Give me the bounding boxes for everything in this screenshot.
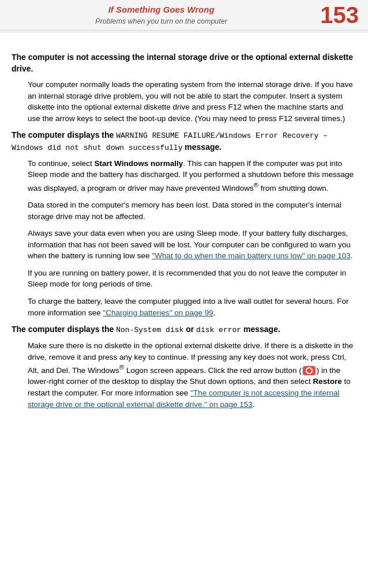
section-3-heading-or: or xyxy=(183,325,196,334)
header-subtitle: Problems when you turn on the computer xyxy=(95,16,227,27)
header-title: If Something Goes Wrong xyxy=(108,3,215,16)
section-2-para-1: To continue, select Start Windows normal… xyxy=(28,158,356,194)
red-arrow-button-icon xyxy=(303,366,316,375)
start-windows-bold: Start Windows normally xyxy=(95,159,183,168)
battery-runs-low-link[interactable]: "What to do when the main battery runs l… xyxy=(152,251,350,260)
section-3-body: Make sure there is no diskette in the op… xyxy=(28,340,356,410)
section-2-para-3: Always save your data even when you are … xyxy=(28,228,356,262)
main-content: The computer is not accessing the intern… xyxy=(0,38,368,427)
section-3-heading-mono2: disk error xyxy=(196,326,241,334)
section-1-heading-text: The computer is not accessing the intern… xyxy=(12,52,353,73)
section-2-heading-before: The computer displays the xyxy=(12,130,116,140)
section-2-heading-after: message. xyxy=(182,142,221,152)
section-2-body: To continue, select Start Windows normal… xyxy=(28,158,356,318)
section-2-para-2: Data stored in the computer's memory has… xyxy=(28,199,356,222)
charging-batteries-link[interactable]: "Charging batteries" on page 99 xyxy=(103,308,213,317)
section-1-heading: The computer is not accessing the intern… xyxy=(12,52,356,74)
section-1-para-1: Your computer normally loads the operati… xyxy=(28,79,356,124)
page-number: 153 xyxy=(313,3,359,27)
header-divider xyxy=(0,32,368,32)
section-2-para-4: If you are running on battery power, it … xyxy=(28,267,356,290)
section-3-heading-mono1: Non-System disk xyxy=(116,326,183,334)
section-1-body: Your computer normally loads the operati… xyxy=(28,79,356,124)
header-text-block: If Something Goes Wrong Problems when yo… xyxy=(9,3,313,27)
section-2-para-5: To charge the battery, leave the compute… xyxy=(28,296,356,318)
page-header: If Something Goes Wrong Problems when yo… xyxy=(0,0,368,31)
internal-storage-link[interactable]: "The computer is not accessing the inter… xyxy=(28,389,340,409)
section-3-heading: The computer displays the Non-System dis… xyxy=(12,324,356,336)
restore-bold: Restore xyxy=(313,377,342,386)
section-3-heading-before: The computer displays the xyxy=(12,325,116,334)
section-3-para-1: Make sure there is no diskette in the op… xyxy=(28,340,356,410)
section-2-heading: The computer displays the WARNING RESUME… xyxy=(12,130,356,153)
section-3-heading-after: message. xyxy=(241,325,280,334)
